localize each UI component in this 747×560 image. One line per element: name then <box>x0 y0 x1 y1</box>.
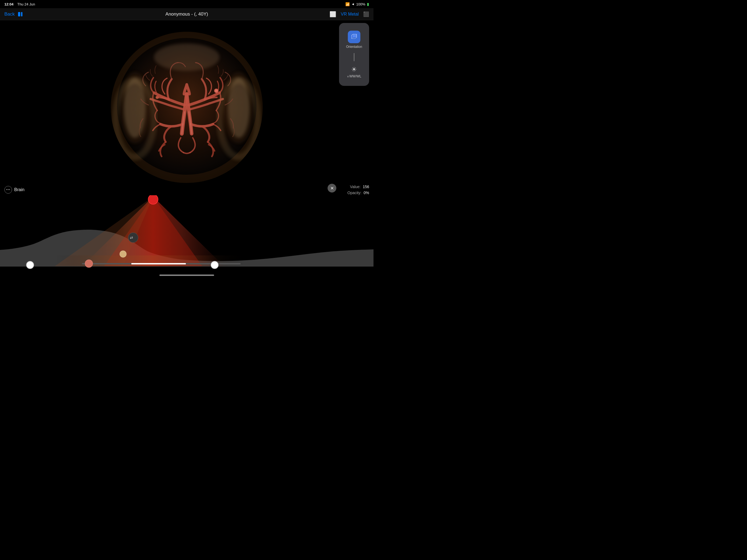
battery-icon: ▮ <box>367 2 369 6</box>
panel-divider <box>354 53 354 61</box>
value-info: Value: 156 Opacity: 0% <box>347 184 369 196</box>
nav-left: Back <box>4 11 22 17</box>
orientation-icon <box>348 31 360 43</box>
status-bar: 12:04 Thu 24 Jun 📶 ◄ 100% ▮ <box>0 0 374 8</box>
view-mode-icon[interactable]: ⬜ <box>330 11 336 18</box>
svg-point-11 <box>156 96 159 99</box>
vr-metal-button[interactable]: VR Metal <box>341 12 359 17</box>
expand-icon[interactable]: ⬛ <box>363 11 369 17</box>
opacity-value: 0% <box>364 190 369 195</box>
status-date: Thu 24 Jun <box>17 2 35 6</box>
brain-label-container: ••• Brain <box>4 186 24 194</box>
svg-marker-37 <box>353 34 357 37</box>
chevron-down-icon: ∨ <box>347 75 349 78</box>
wifi-icon: 📶 <box>345 2 350 6</box>
orientation-button[interactable]: Orientation <box>339 27 369 52</box>
svg-text:⇄: ⇄ <box>130 235 133 240</box>
svg-point-10 <box>215 90 217 92</box>
brain-container[interactable] <box>110 31 263 184</box>
svg-point-8 <box>154 44 220 71</box>
orientation-label: Orientation <box>346 45 362 49</box>
back-button[interactable]: Back <box>4 11 15 17</box>
brain-options-button[interactable]: ••• <box>4 186 12 194</box>
dots-icon: ••• <box>6 188 10 192</box>
brain-label-text: Brain <box>14 187 24 192</box>
svg-point-23 <box>120 251 126 257</box>
wwwl-label: ∨ WW/WL <box>347 74 361 78</box>
wwwl-button[interactable]: ☀ ∨ WW/WL <box>339 62 369 81</box>
status-time: 12:04 <box>4 2 14 6</box>
info-bar: ••• Brain Value: 156 Opacity: 0% <box>0 184 374 195</box>
nav-right: ⬜ VR Metal ⬛ <box>330 11 369 18</box>
brightness-icon: ☀ <box>351 66 357 73</box>
svg-rect-28 <box>159 275 214 276</box>
signal-icon: ◄ <box>351 2 355 6</box>
viewport[interactable] <box>0 20 374 195</box>
battery-percent: 100% <box>356 2 365 6</box>
svg-point-25 <box>211 261 218 269</box>
svg-rect-19 <box>131 263 186 264</box>
wwwl-text: WW/WL <box>350 74 361 78</box>
opacity-label: Opacity: <box>347 190 361 195</box>
svg-point-22 <box>85 260 93 268</box>
nav-bar: Back Anonymous - (, 40Y) ⬜ VR Metal ⬛ <box>0 8 374 20</box>
right-panel: Orientation ☀ ∨ WW/WL <box>339 23 369 86</box>
value-number: 156 <box>363 184 369 189</box>
status-right: 📶 ◄ 100% ▮ <box>345 2 369 6</box>
value-label: Value: <box>350 184 361 189</box>
close-button[interactable]: ✕ <box>328 184 336 193</box>
sidebar-toggle-button[interactable] <box>18 12 22 17</box>
svg-point-21 <box>26 261 34 269</box>
nav-title: Anonymous - (, 40Y) <box>165 11 208 17</box>
histogram-panel[interactable]: ⇄ <box>0 195 374 280</box>
svg-point-24 <box>148 195 158 204</box>
